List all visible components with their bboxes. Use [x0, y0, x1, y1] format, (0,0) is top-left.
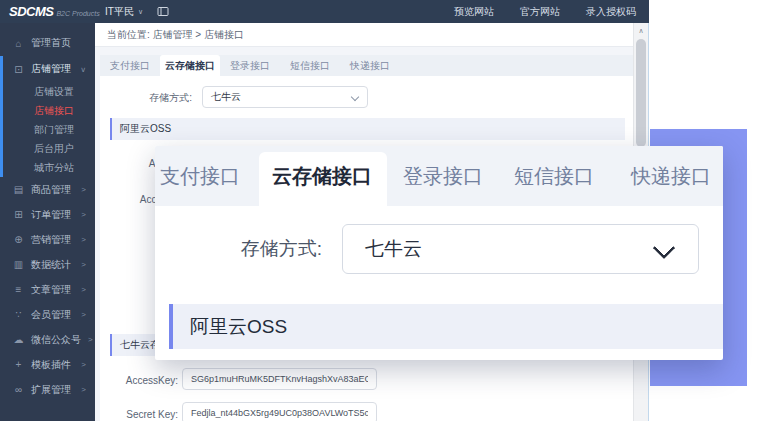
sidebar-item-department[interactable]: 部门管理 [0, 120, 95, 139]
sidebar-item-label: 店铺设置 [34, 85, 74, 99]
sidebar-item-members[interactable]: ∵ 会员管理 > [0, 302, 95, 327]
logo-suffix: B2C Products [56, 10, 99, 17]
chevron-right-icon: > [81, 285, 86, 293]
sidebar-item-label: 后台用户 [34, 142, 74, 156]
overlay-storage-method-value: 七牛云 [365, 238, 422, 259]
sidebar-item-label: 店铺接口 [34, 104, 74, 118]
tab-payment[interactable]: 支付接口 [100, 55, 160, 76]
official-site-button[interactable]: 官方网站 [507, 0, 573, 23]
topbar-links: 预览网站 官方网站 录入授权码 [441, 0, 649, 23]
sidebar-item-city-subsite[interactable]: 城市分站 [0, 158, 95, 177]
sidebar-item-label: 店铺管理 [31, 62, 71, 76]
chevron-down-icon [351, 93, 359, 101]
overlay-tab-login[interactable]: 登录接口 [403, 146, 483, 206]
marketing-icon: ⊕ [13, 234, 24, 245]
sidebar: ⌂ 管理首页 ⊡ 店铺管理 ∨ 店铺设置 店铺接口 部门管理 后台用户 城市分站 [0, 23, 95, 421]
tab-cloud-storage[interactable]: 云存储接口 [160, 55, 220, 76]
chevron-right-icon: > [81, 385, 86, 393]
storage-method-label: 存储方式: [100, 87, 192, 109]
sidebar-item-templates[interactable]: + 模板插件 > [0, 352, 95, 377]
chevron-right-icon: > [81, 260, 86, 268]
overlay-tab-payment[interactable]: 支付接口 [160, 146, 240, 206]
scrollbar-up-arrow[interactable]: ∧ [634, 23, 648, 37]
sidebar-item-backend-users[interactable]: 后台用户 [0, 139, 95, 158]
chevron-right-icon: > [81, 210, 86, 218]
stats-icon: ▥ [13, 259, 24, 270]
chevron-right-icon: > [81, 185, 86, 193]
sidebar-item-label: 会员管理 [31, 308, 71, 322]
overlay-tab-cloud-storage[interactable]: 云存储接口 [272, 146, 372, 206]
chevron-down-icon: ∨ [138, 8, 143, 16]
sidebar-item-label: 商品管理 [31, 183, 71, 197]
chevron-right-icon: > [81, 360, 86, 368]
sidebar-item-label: 文章管理 [31, 283, 71, 297]
storage-method-select[interactable]: 七牛云 [202, 86, 368, 108]
sidebar-item-orders[interactable]: ⊞ 订单管理 > [0, 202, 95, 227]
preview-site-button[interactable]: 预览网站 [441, 0, 507, 23]
section-aliyun-oss: 阿里云OSS [110, 118, 625, 140]
magnifier-overlay: 支付接口 云存储接口 登录接口 短信接口 快递接口 存储方式: 七牛云 阿里云O… [155, 146, 723, 360]
enter-license-button[interactable]: 录入授权码 [573, 0, 649, 23]
chevron-down-icon: ∨ [80, 65, 86, 73]
sidebar-item-shop-settings[interactable]: 店铺设置 [0, 82, 95, 101]
overlay-tab-express[interactable]: 快递接口 [631, 146, 711, 206]
member-icon: ∵ [13, 309, 24, 320]
wechat-icon: ☁ [13, 334, 24, 345]
logo-text: SDCMS [9, 4, 53, 19]
sidebar-item-wechat[interactable]: ☁ 微信公众号 > [0, 327, 95, 352]
sidebar-item-extensions[interactable]: ∞ 扩展管理 > [0, 377, 95, 402]
sidebar-item-label: 管理首页 [31, 36, 71, 50]
overlay-tab-sms[interactable]: 短信接口 [514, 146, 594, 206]
topbar: SDCMS B2C Products IT平民 ∨ 预览网站 官方网站 录入授权… [0, 0, 649, 23]
user-name: IT平民 [105, 5, 134, 19]
template-icon: + [13, 359, 24, 370]
sidebar-item-label: 数据统计 [31, 258, 71, 272]
qiniu-accesskey-field[interactable] [182, 368, 377, 390]
sidebar-item-label: 模板插件 [31, 358, 71, 372]
article-icon: ≡ [13, 284, 24, 295]
product-icon: ▤ [13, 184, 24, 195]
sidebar-item-statistics[interactable]: ▥ 数据统计 > [0, 252, 95, 277]
sidebar-item-label: 订单管理 [31, 208, 71, 222]
qiniu-secretkey-field[interactable] [182, 402, 377, 421]
scrollbar-thumb[interactable] [636, 39, 646, 147]
tab-sms[interactable]: 短信接口 [280, 55, 340, 76]
sidebar-item-label: 部门管理 [34, 123, 74, 137]
sidebar-item-shop-manage[interactable]: ⊡ 店铺管理 ∨ [0, 56, 95, 82]
order-icon: ⊞ [13, 209, 24, 220]
logo: SDCMS B2C Products [0, 4, 95, 19]
sidebar-active-accent [0, 56, 3, 177]
sidebar-item-shop-interface[interactable]: 店铺接口 [0, 101, 95, 120]
collapse-icon [157, 6, 169, 17]
chevron-right-icon: > [81, 235, 86, 243]
chevron-down-icon [653, 237, 676, 260]
sidebar-item-label: 城市分站 [34, 161, 74, 175]
chevron-right-icon: > [88, 335, 93, 343]
collapse-sidebar-button[interactable] [157, 6, 169, 17]
tab-login[interactable]: 登录接口 [220, 55, 280, 76]
breadcrumb: 当前位置: 店铺管理 > 店铺接口 [95, 23, 633, 47]
tab-express[interactable]: 快递接口 [340, 55, 400, 76]
sidebar-item-home[interactable]: ⌂ 管理首页 [0, 30, 95, 56]
qiniu-secretkey-input[interactable] [191, 403, 368, 421]
sidebar-item-label: 营销管理 [31, 233, 71, 247]
home-icon: ⌂ [13, 38, 24, 49]
shop-icon: ⊡ [13, 64, 24, 75]
qiniu-accesskey-label: AccessKey: [100, 370, 178, 392]
qiniu-secretkey-label: Secret Key: [100, 404, 178, 421]
sidebar-item-articles[interactable]: ≡ 文章管理 > [0, 277, 95, 302]
sidebar-item-label: 扩展管理 [31, 383, 71, 397]
sidebar-item-label: 微信公众号 [31, 333, 81, 347]
sidebar-item-products[interactable]: ▤ 商品管理 > [0, 177, 95, 202]
overlay-storage-method-select[interactable]: 七牛云 [342, 224, 699, 274]
sidebar-item-marketing[interactable]: ⊕ 营销管理 > [0, 227, 95, 252]
qiniu-accesskey-input[interactable] [191, 369, 368, 389]
extension-icon: ∞ [13, 384, 24, 395]
user-menu[interactable]: IT平民 ∨ [105, 5, 143, 19]
overlay-tab-strip: 支付接口 云存储接口 登录接口 短信接口 快递接口 [155, 146, 723, 206]
tab-strip: 支付接口 云存储接口 登录接口 短信接口 快递接口 [100, 55, 633, 76]
storage-method-value: 七牛云 [211, 91, 241, 102]
chevron-right-icon: > [81, 310, 86, 318]
overlay-storage-method-label: 存储方式: [155, 224, 322, 274]
sidebar-submenu: 店铺设置 店铺接口 部门管理 后台用户 城市分站 [0, 82, 95, 177]
